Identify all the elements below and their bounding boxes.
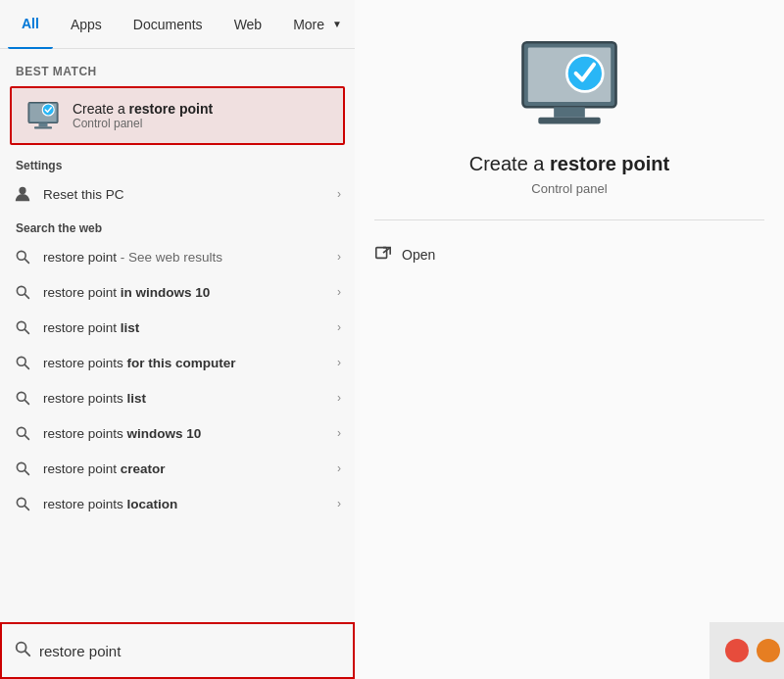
web-item-text-5: restore points windows 10 [43, 426, 325, 441]
svg-line-13 [24, 364, 28, 368]
web-item-text-0: restore point - See web results [43, 250, 325, 265]
web-item-text-1: restore point in windows 10 [43, 285, 325, 300]
list-item-web-2[interactable]: restore point list› [0, 310, 355, 345]
tab-apps[interactable]: Apps [57, 0, 116, 49]
list-item-web-5[interactable]: restore points windows 10› [0, 415, 355, 451]
search-web-icon [14, 248, 31, 266]
svg-rect-27 [538, 117, 600, 123]
web-item-text-3: restore points for this computer [43, 356, 325, 370]
search-web-icon [14, 495, 31, 512]
tab-documents[interactable]: Documents [120, 0, 217, 49]
chevron-icon: › [337, 426, 341, 440]
svg-line-21 [24, 506, 28, 509]
detail-subtitle: Control panel [531, 181, 607, 196]
tab-more[interactable]: More ▼ [279, 0, 356, 49]
svg-rect-2 [39, 123, 48, 127]
color-dot[interactable] [757, 639, 780, 662]
open-action[interactable]: Open [374, 236, 764, 273]
chevron-icon: › [337, 320, 341, 334]
detail-content: Create a restore point Control panel Ope… [355, 0, 784, 679]
search-web-icon [14, 460, 31, 477]
chevron-icon: › [337, 497, 341, 510]
color-strip: wsxdn.com [710, 622, 784, 679]
search-panel: All Apps Documents Web More ▼ 👤 ··· Best… [0, 0, 355, 679]
person-icon [14, 185, 31, 203]
web-item-text-4: restore points list [43, 391, 325, 406]
search-web-icon [14, 318, 31, 336]
search-web-label: Search the web [0, 212, 355, 239]
web-item-text-2: restore point list [43, 320, 325, 335]
svg-line-11 [24, 329, 28, 333]
chevron-icon: › [337, 391, 341, 405]
svg-line-19 [24, 470, 28, 474]
svg-line-9 [24, 294, 28, 298]
detail-icon-area [511, 29, 628, 137]
chevron-icon: › [337, 285, 341, 299]
chevron-icon: › [337, 356, 341, 369]
results-list: Best match Create a restore point [0, 49, 355, 622]
search-input[interactable] [39, 643, 341, 659]
best-match-item[interactable]: Create a restore point Control panel [10, 86, 345, 145]
tab-all[interactable]: All [8, 0, 53, 49]
svg-line-15 [24, 400, 28, 404]
search-bottom-bar [0, 622, 355, 679]
list-item-web-7[interactable]: restore points location› [0, 486, 355, 521]
search-web-icon [14, 283, 31, 301]
svg-rect-26 [554, 107, 585, 118]
svg-line-7 [24, 259, 28, 263]
list-item-web-6[interactable]: restore point creator› [0, 451, 355, 486]
svg-rect-29 [376, 248, 387, 259]
best-match-label: Best match [0, 57, 355, 82]
open-label: Open [402, 247, 435, 263]
web-item-text-6: restore point creator [43, 461, 325, 476]
search-web-icon [14, 354, 31, 371]
list-item-reset-pc[interactable]: Reset this PC › [0, 176, 355, 212]
best-match-icon [25, 98, 61, 133]
detail-title: Create a restore point [469, 153, 670, 175]
settings-label: Settings [0, 149, 355, 176]
detail-actions: Open [355, 236, 784, 273]
svg-line-23 [25, 652, 30, 656]
svg-point-4 [42, 104, 54, 116]
chevron-down-icon: ▼ [332, 19, 342, 29]
list-item-web-3[interactable]: restore points for this computer› [0, 345, 355, 380]
tab-web[interactable]: Web [220, 0, 276, 49]
color-dot[interactable] [725, 639, 749, 662]
search-web-icon [14, 424, 31, 442]
web-items-container: restore point - See web results›restore … [0, 239, 355, 521]
search-web-icon [14, 389, 31, 407]
chevron-icon: › [337, 250, 341, 264]
detail-divider [374, 219, 764, 220]
svg-line-17 [24, 435, 28, 439]
best-match-subtitle: Control panel [73, 117, 213, 130]
detail-panel: Create a restore point Control panel Ope… [355, 0, 784, 679]
tabs-bar: All Apps Documents Web More ▼ 👤 ··· [0, 0, 355, 49]
list-item-web-4[interactable]: restore points list› [0, 380, 355, 415]
best-match-text: Create a restore point Control panel [73, 101, 213, 130]
search-icon [14, 640, 31, 661]
svg-point-5 [19, 187, 25, 194]
list-item-web-1[interactable]: restore point in windows 10› [0, 274, 355, 310]
list-item-web-0[interactable]: restore point - See web results› [0, 239, 355, 274]
best-match-title: Create a restore point [73, 101, 213, 117]
reset-pc-text: Reset this PC [43, 187, 325, 202]
chevron-icon: › [337, 187, 341, 201]
open-icon [374, 244, 392, 266]
web-item-text-7: restore points location [43, 497, 325, 511]
svg-rect-3 [34, 126, 52, 128]
chevron-icon: › [337, 461, 341, 475]
